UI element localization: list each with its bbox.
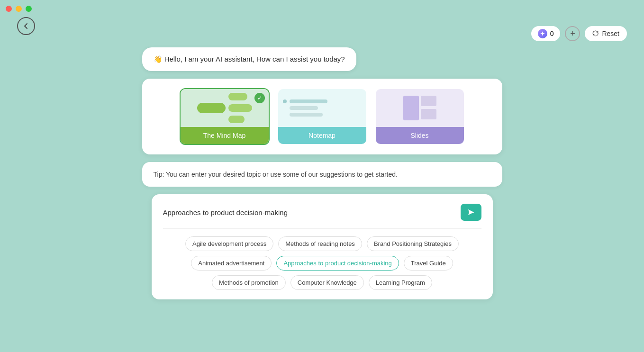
reset-label: Reset	[602, 30, 619, 37]
notemap-label: Notemap	[278, 127, 366, 144]
template-notemap[interactable]: Notemap	[277, 88, 367, 145]
credits-box: 0	[531, 26, 561, 41]
send-button[interactable]	[461, 204, 481, 221]
suggestion-chip-4[interactable]: Approaches to product decision-making	[276, 256, 399, 271]
template-selector: ✓ The Mind Map	[142, 79, 502, 154]
slide-block-br	[421, 109, 436, 119]
mm-branch-2	[228, 104, 252, 112]
slide-block-left	[403, 96, 419, 120]
mm-branch-1	[228, 93, 247, 100]
suggestion-chip-7[interactable]: Computer Knowledge	[290, 275, 364, 290]
nm-line-2	[290, 106, 318, 110]
reset-button[interactable]: Reset	[585, 26, 627, 41]
topic-input[interactable]	[163, 208, 456, 217]
divider	[163, 228, 481, 229]
credits-value: 0	[550, 30, 554, 37]
slide-block-tr	[421, 96, 436, 106]
nm-row-3	[283, 113, 362, 117]
back-button[interactable]	[17, 17, 35, 35]
suggestions-container: Agile development processMethods of read…	[163, 236, 481, 290]
suggestion-chip-1[interactable]: Methods of reading notes	[278, 236, 362, 251]
titlebar	[0, 0, 644, 17]
top-right-controls: 0 + Reset	[531, 26, 627, 41]
suggestion-chip-6[interactable]: Methods of promotion	[212, 275, 286, 290]
chat-bubble: 👋 Hello, I am your AI assistant, How can…	[142, 47, 356, 71]
nm-line-1	[290, 99, 327, 103]
selected-badge: ✓	[254, 93, 265, 103]
slides-label: Slides	[376, 127, 464, 144]
mind-map-preview: ✓	[181, 89, 269, 127]
maximize-button[interactable]	[26, 6, 32, 12]
suggestion-chip-5[interactable]: Travel Guide	[404, 256, 453, 271]
chat-message: 👋 Hello, I am your AI assistant, How can…	[154, 55, 345, 63]
suggestion-chip-8[interactable]: Learning Program	[369, 275, 432, 290]
add-credits-button[interactable]: +	[565, 26, 580, 41]
nm-row-1	[283, 99, 362, 103]
template-mind-map[interactable]: ✓ The Mind Map	[180, 88, 270, 145]
mind-map-label: The Mind Map	[181, 127, 269, 144]
credits-icon	[538, 29, 547, 38]
notemap-preview	[278, 89, 366, 127]
suggestion-chip-2[interactable]: Brand Positioning Strategies	[367, 236, 459, 251]
mm-branches	[228, 93, 252, 123]
nm-dot-1	[283, 99, 287, 103]
nm-row-2	[283, 106, 362, 110]
mm-center-node	[197, 103, 226, 113]
tip-card: Tip: You can enter your desired topic or…	[142, 162, 502, 187]
close-button[interactable]	[6, 6, 12, 12]
slides-preview	[376, 89, 464, 127]
input-section: Agile development processMethods of read…	[152, 194, 493, 299]
mind-map-visual	[197, 93, 252, 123]
main-content: 👋 Hello, I am your AI assistant, How can…	[142, 47, 502, 299]
mm-branch-3	[228, 116, 245, 123]
template-slides[interactable]: Slides	[375, 88, 465, 145]
send-icon	[467, 208, 475, 216]
tip-text: Tip: You can enter your desired topic or…	[154, 171, 398, 178]
nm-line-3	[290, 113, 323, 117]
reset-icon	[592, 30, 599, 37]
suggestion-chip-3[interactable]: Animated advertisement	[191, 256, 272, 271]
spark-icon	[540, 31, 545, 36]
suggestion-chip-0[interactable]: Agile development process	[185, 236, 273, 251]
minimize-button[interactable]	[16, 6, 22, 12]
input-row	[163, 204, 481, 221]
back-icon	[22, 22, 30, 30]
